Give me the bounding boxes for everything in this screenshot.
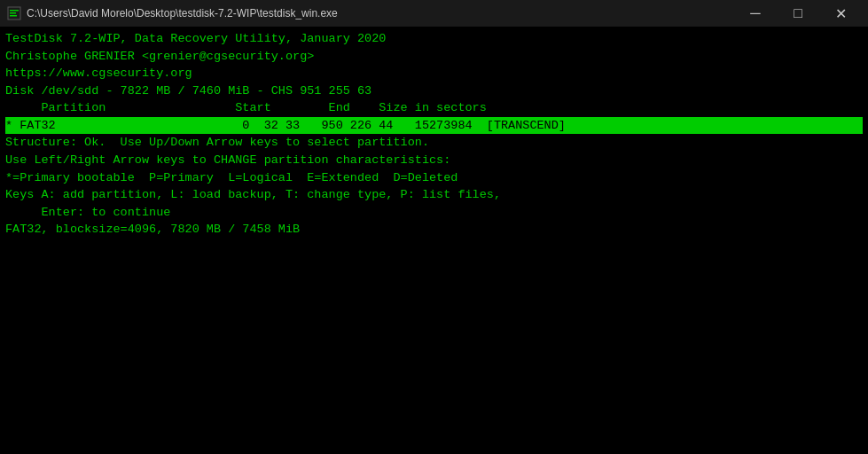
svg-rect-3	[10, 15, 17, 17]
selected-partition-row[interactable]: * FAT32 0 32 33 950 226 44 15273984 [TRA…	[5, 117, 863, 135]
terminal-line: Keys A: add partition, L: load backup, T…	[5, 186, 863, 204]
svg-rect-1	[10, 10, 19, 12]
app-icon	[7, 6, 21, 20]
title-bar: C:\Users\David Morelo\Desktop\testdisk-7…	[0, 0, 868, 27]
window-title: C:\Users\David Morelo\Desktop\testdisk-7…	[27, 7, 338, 20]
terminal-line: Use Left/Right Arrow keys to CHANGE part…	[5, 152, 863, 169]
close-button[interactable]: ✕	[820, 0, 861, 27]
terminal-line: Christophe GRENIER <grenier@cgsecurity.o…	[5, 48, 863, 66]
terminal-line: Partition Start End Size in sectors	[5, 99, 863, 117]
svg-rect-2	[10, 12, 16, 14]
window-controls: ─ □ ✕	[735, 0, 861, 27]
terminal-line: *=Primary bootable P=Primary L=Logical E…	[5, 169, 863, 187]
terminal-line: https://www.cgsecurity.org	[5, 65, 863, 82]
terminal-line: FAT32, blocksize=4096, 7820 MB / 7458 Mi…	[5, 221, 863, 239]
terminal-line: Enter: to continue	[5, 204, 863, 222]
minimize-button[interactable]: ─	[735, 0, 776, 27]
maximize-button[interactable]: □	[778, 0, 818, 27]
terminal-line: TestDisk 7.2-WIP, Data Recovery Utility,…	[5, 30, 863, 48]
terminal-line: Disk /dev/sdd - 7822 MB / 7460 MiB - CHS…	[5, 82, 863, 100]
terminal-line: * FAT32 0 32 33 950 226 44 15273984 [TRA…	[5, 117, 863, 135]
title-bar-left: C:\Users\David Morelo\Desktop\testdisk-7…	[7, 6, 338, 20]
terminal-line: Structure: Ok. Use Up/Down Arrow keys to…	[5, 134, 863, 152]
terminal-window: TestDisk 7.2-WIP, Data Recovery Utility,…	[0, 27, 868, 454]
